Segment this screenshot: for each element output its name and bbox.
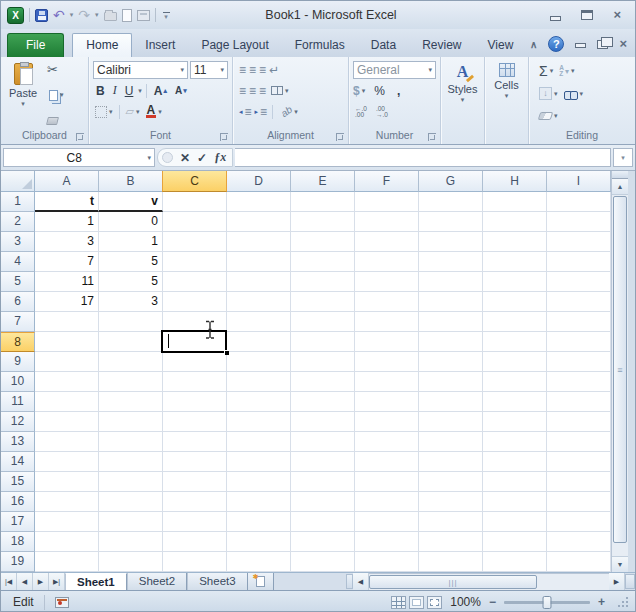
cell-B1[interactable]: v [99,192,163,212]
cell-D17[interactable] [227,512,291,532]
cell-I17[interactable] [547,512,611,532]
cell-B17[interactable] [99,512,163,532]
minimize-icon[interactable] [550,16,561,21]
cell-A4[interactable]: 7 [35,252,99,272]
cell-F5[interactable] [355,272,419,292]
cell-B8[interactable] [99,332,163,352]
cell-G10[interactable] [419,372,483,392]
font-color-button[interactable]: A▾ [144,103,164,121]
column-header-C[interactable]: C [162,171,227,192]
align-left-icon[interactable]: ≡ [239,84,245,98]
autosum-button[interactable]: Σ▾ [539,62,553,80]
cell-C9[interactable] [163,352,227,372]
cell-G4[interactable] [419,252,483,272]
zoom-slider[interactable] [504,601,590,604]
sheet-tab-sheet1[interactable]: Sheet1 [65,573,127,590]
cell-A15[interactable] [35,472,99,492]
grow-font-button[interactable]: A▴ [151,84,170,98]
cell-A2[interactable]: 1 [35,212,99,232]
scroll-left-icon[interactable]: ◀ [353,573,369,590]
row-header-1[interactable]: 1 [1,192,35,212]
cell-E3[interactable] [291,232,355,252]
alignment-dialog-launcher[interactable] [336,133,344,141]
row-header-14[interactable]: 14 [1,452,35,472]
cell-F2[interactable] [355,212,419,232]
cell-E12[interactable] [291,412,355,432]
column-header-H[interactable]: H [483,171,547,192]
cell-A7[interactable] [35,312,99,332]
cell-F8[interactable] [355,332,419,352]
cell-I6[interactable] [547,292,611,312]
tab-view[interactable]: View [475,34,527,57]
collapse-ribbon-icon[interactable]: ∧ [530,39,537,50]
cell-E19[interactable] [291,552,355,572]
cell-F7[interactable] [355,312,419,332]
cell-I11[interactable] [547,392,611,412]
orientation-button[interactable]: ab▾ [279,103,300,121]
cell-E11[interactable] [291,392,355,412]
cell-E5[interactable] [291,272,355,292]
cells-button[interactable]: Cells ▾ [487,59,526,144]
cell-B9[interactable] [99,352,163,372]
font-size-combo[interactable]: 11▾ [190,61,228,79]
sheet-tab-sheet3[interactable]: Sheet3 [187,573,247,590]
cell-B7[interactable] [99,312,163,332]
cell-C10[interactable] [163,372,227,392]
cell-F11[interactable] [355,392,419,412]
cell-G9[interactable] [419,352,483,372]
styles-button[interactable]: A Styles ▾ [443,59,482,144]
cell-I7[interactable] [547,312,611,332]
cell-C3[interactable] [163,232,227,252]
help-icon[interactable]: ? [548,36,564,52]
cell-C16[interactable] [163,492,227,512]
cell-I12[interactable] [547,412,611,432]
cell-G5[interactable] [419,272,483,292]
underline-button[interactable]: U [122,84,137,98]
cell-F13[interactable] [355,432,419,452]
cell-A16[interactable] [35,492,99,512]
cell-E8[interactable] [291,332,355,352]
cell-F18[interactable] [355,532,419,552]
cell-G7[interactable] [419,312,483,332]
cell-G17[interactable] [419,512,483,532]
align-bottom-icon[interactable]: ≡ [259,63,265,77]
previous-sheet-icon[interactable]: ◀ [17,573,33,590]
record-macro-icon[interactable] [55,597,69,608]
column-header-B[interactable]: B [99,171,163,192]
cell-B3[interactable]: 1 [99,232,163,252]
page-layout-view-icon[interactable] [409,596,424,609]
cell-F9[interactable] [355,352,419,372]
cell-C19[interactable] [163,552,227,572]
cell-A9[interactable] [35,352,99,372]
paste-dropdown-icon[interactable]: ▾ [21,101,25,107]
cell-C12[interactable] [163,412,227,432]
row-header-7[interactable]: 7 [1,312,35,332]
number-format-combo[interactable]: General▾ [353,61,436,79]
insert-worksheet-button[interactable] [248,573,274,590]
zoom-slider-thumb[interactable] [542,596,551,609]
row-header-3[interactable]: 3 [1,232,35,252]
align-center-icon[interactable]: ≡ [249,84,255,98]
row-header-9[interactable]: 9 [1,352,35,372]
cell-H19[interactable] [483,552,547,572]
cell-E9[interactable] [291,352,355,372]
cell-D4[interactable] [227,252,291,272]
column-header-F[interactable]: F [355,171,419,192]
cell-G1[interactable] [419,192,483,212]
expand-formula-bar-button[interactable]: ▾ [613,148,633,167]
print-preview-icon[interactable] [137,10,150,21]
cell-C4[interactable] [163,252,227,272]
scroll-down-icon[interactable]: ▼ [612,556,628,572]
number-dialog-launcher[interactable] [428,133,436,141]
cell-E16[interactable] [291,492,355,512]
cell-F16[interactable] [355,492,419,512]
cell-H10[interactable] [483,372,547,392]
cell-A1[interactable]: t [35,192,99,212]
cell-C14[interactable] [163,452,227,472]
cell-B14[interactable] [99,452,163,472]
cell-I13[interactable] [547,432,611,452]
row-header-15[interactable]: 15 [1,472,35,492]
cell-C17[interactable] [163,512,227,532]
cell-D15[interactable] [227,472,291,492]
cell-E13[interactable] [291,432,355,452]
